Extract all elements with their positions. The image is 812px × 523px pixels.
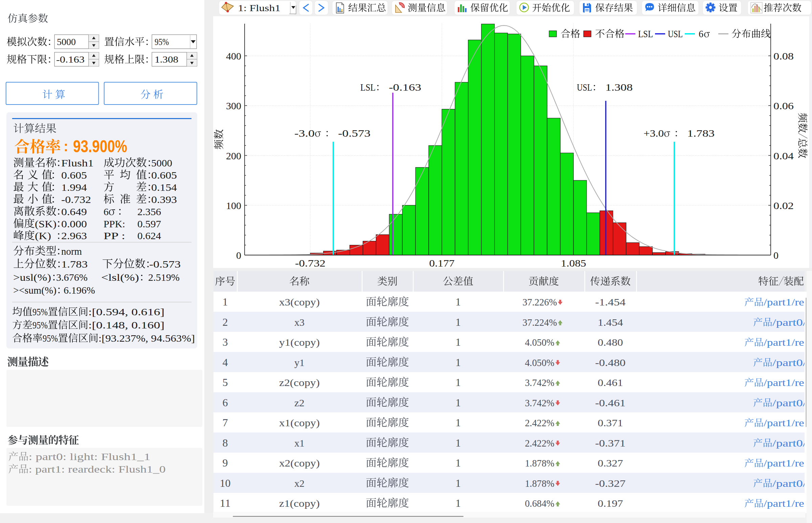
svg-text:LSL: LSL [360,82,376,93]
svg-text:>usl(%): >usl(%) [13,272,51,283]
svg-text:1: 1 [455,497,461,509]
svg-text:2: 2 [223,316,228,328]
svg-text:x3: x3 [294,317,305,328]
svg-text:6: 6 [699,29,703,39]
svg-text:400: 400 [226,50,241,61]
svg-text:-0.732: -0.732 [61,194,91,205]
svg-text:x2(copy): x2(copy) [279,457,320,469]
svg-text:0.371: 0.371 [598,417,623,428]
svg-text:USL: USL [668,29,683,39]
svg-text:0.461: 0.461 [598,377,623,388]
svg-text:1.454: 1.454 [598,317,623,328]
svg-text:0.02: 0.02 [773,200,794,211]
svg-text:-3.0: -3.0 [294,128,315,139]
svg-text:37.226%: 37.226% [522,297,557,307]
svg-text:-0.371: -0.371 [595,437,626,449]
svg-text:3.676%: 3.676% [56,272,88,283]
svg-text:-0.163: -0.163 [386,82,421,93]
svg-text:1.085: 1.085 [561,257,587,269]
svg-text:-1.454: -1.454 [595,296,626,307]
svg-text:4: 4 [223,356,228,368]
svg-text:x1: x1 [294,437,305,449]
svg-text:1.308: 1.308 [602,82,633,93]
svg-text:Flush1: Flush1 [61,158,94,168]
svg-text:2.519%: 2.519% [148,272,180,283]
svg-text:200: 200 [226,150,241,161]
svg-text:: part0: light: Flush1_1: : part0: light: Flush1_1 [29,451,150,462]
svg-text:1: 1 [455,416,461,429]
svg-text:100: 100 [226,200,241,211]
svg-text:2.963: 2.963 [61,230,87,241]
svg-text:1: 1 [223,296,228,308]
svg-text:-0.461: -0.461 [595,397,626,408]
svg-text:0.624: 0.624 [137,230,161,241]
svg-text:0.06: 0.06 [773,100,794,111]
svg-text:6.196%: 6.196% [64,285,95,296]
svg-text:0.684%: 0.684% [525,498,555,509]
svg-text:0.197: 0.197 [598,498,623,509]
svg-text:+3.0: +3.0 [644,128,664,139]
svg-text:0.000: 0.000 [61,218,87,229]
svg-text:9: 9 [223,457,228,469]
svg-text:7: 7 [223,416,228,429]
svg-text:y1: y1 [294,357,305,368]
svg-text:0.649: 0.649 [61,206,87,217]
svg-text:norm: norm [61,246,82,257]
svg-text:(K): (K) [35,230,51,241]
svg-text:-0.732: -0.732 [295,257,325,269]
svg-text:1: 1 [455,376,461,389]
svg-text:95%: 95% [33,306,48,317]
svg-text:11: 11 [220,497,231,509]
svg-text:5000: 5000 [151,158,172,168]
svg-text:0.480: 0.480 [598,337,623,348]
svg-text:1.308: 1.308 [155,54,178,65]
svg-text:0.327: 0.327 [598,457,623,469]
svg-text:2.356: 2.356 [137,206,161,217]
svg-text::[0.594, 0.616]: :[0.594, 0.616] [88,306,164,317]
svg-text:0: 0 [236,250,241,261]
svg-text:2.422%: 2.422% [525,417,555,428]
svg-text:-0.480: -0.480 [595,357,626,368]
svg-text:0.605: 0.605 [61,170,87,181]
svg-text:3.742%: 3.742% [525,397,555,408]
svg-text::[93.237%, 94.563%]: :[93.237%, 94.563%] [98,332,195,344]
svg-text:0.605: 0.605 [151,170,177,181]
svg-text:1: Flush1: 1: Flush1 [238,3,281,13]
svg-text:-0.163: -0.163 [56,54,85,65]
svg-text::[0.148, 0.160]: :[0.148, 0.160] [88,319,164,330]
svg-text:6: 6 [104,206,109,217]
svg-text:3: 3 [223,336,228,348]
svg-text:PPK:: PPK: [104,218,125,229]
svg-text:x1(copy): x1(copy) [279,417,320,429]
svg-text:0.04: 0.04 [773,150,794,161]
svg-text:0.08: 0.08 [773,50,794,61]
svg-text:1.994: 1.994 [61,182,87,193]
svg-text:><sum(%): ><sum(%) [13,285,56,296]
svg-text:1: 1 [455,477,461,489]
svg-text:1: 1 [455,316,461,328]
svg-text:1: 1 [455,437,461,449]
svg-text:-0.573: -0.573 [149,259,181,270]
svg-text:1.783: 1.783 [61,259,88,270]
svg-text:0.393: 0.393 [151,194,177,205]
svg-text:1: 1 [455,296,461,308]
svg-text:z1(copy): z1(copy) [279,498,320,509]
svg-text:<lsl(%): <lsl(%) [101,272,139,283]
svg-text:-0.573: -0.573 [335,128,371,139]
svg-text:0.177: 0.177 [429,257,455,269]
svg-text:37.224%: 37.224% [522,317,557,328]
svg-text:8: 8 [223,437,228,449]
svg-text:LSL: LSL [638,29,653,39]
svg-text:95%: 95% [43,332,58,344]
svg-text:95%: 95% [155,37,169,47]
svg-text:95%: 95% [33,319,48,330]
svg-text:4.050%: 4.050% [525,357,555,368]
svg-text:1.783: 1.783 [684,128,715,139]
svg-text:4.050%: 4.050% [525,337,555,348]
svg-text:6: 6 [223,396,228,409]
svg-text:1.878%: 1.878% [525,458,555,469]
svg-text:x2: x2 [294,478,305,489]
svg-text:z2(copy): z2(copy) [279,377,320,389]
svg-text:1: 1 [455,396,461,409]
svg-text:(SK): (SK) [35,218,56,230]
